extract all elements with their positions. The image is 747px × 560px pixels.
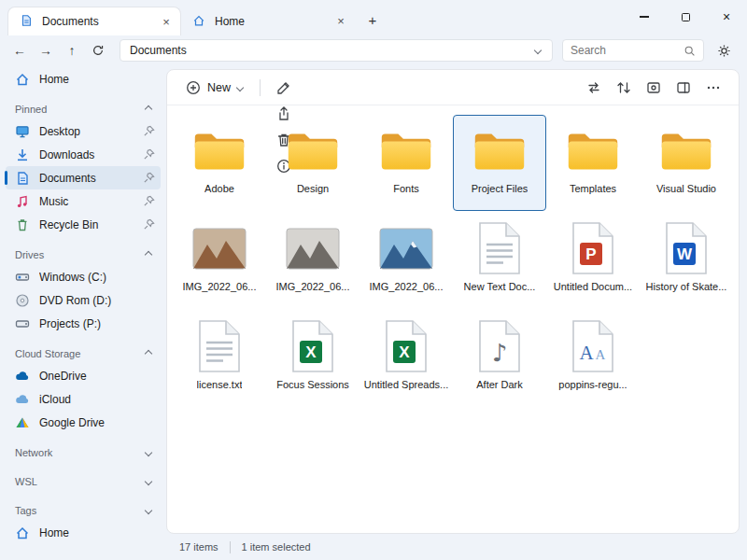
excel-icon: X (291, 316, 334, 376)
search-input[interactable]: Search (562, 39, 704, 62)
folder-icon (192, 120, 247, 180)
font-icon: AA (571, 316, 614, 376)
file-tile-fonts[interactable]: Fonts (359, 115, 453, 211)
details-pane-icon[interactable] (669, 75, 698, 101)
file-tile-new-text-doc[interactable]: New Text Doc... (453, 213, 546, 309)
sidebar-item-label: DVD Rom (D:) (39, 294, 155, 307)
folder-icon (472, 120, 527, 180)
file-name: poppins-regu... (558, 379, 627, 390)
minimize-button[interactable] (624, 0, 665, 34)
more-icon[interactable] (699, 75, 727, 101)
text-icon (478, 218, 521, 278)
section-label: Network (15, 447, 52, 458)
pin-icon (143, 218, 155, 231)
home-icon (15, 525, 30, 540)
selection-count: 1 item selected (242, 541, 311, 553)
tab-home[interactable]: Home × (181, 7, 355, 35)
item-count: 17 items (179, 541, 218, 553)
tab-close-icon[interactable]: × (332, 13, 349, 30)
toolbar-separator (260, 79, 261, 96)
file-tile-license-txt[interactable]: license.txt (173, 311, 266, 407)
sync-icon[interactable] (580, 75, 608, 101)
sidebar-item-recycle-bin[interactable]: Recycle Bin (6, 213, 161, 236)
sidebar-section-wsl[interactable]: WSL (6, 471, 161, 492)
sidebar-section-pinned[interactable]: Pinned (6, 99, 161, 119)
svg-text:P: P (585, 245, 596, 263)
music-icon: ♪ (478, 316, 521, 376)
sidebar-section-tags[interactable]: Tags (6, 500, 161, 521)
tab-close-icon[interactable]: × (158, 13, 175, 30)
file-tile-adobe[interactable]: Adobe (173, 115, 266, 211)
sidebar-section-cloud-storage[interactable]: Cloud Storage (6, 343, 161, 364)
sidebar-item-home[interactable]: Home (6, 67, 161, 91)
sidebar-item-documents[interactable]: Documents (6, 166, 161, 189)
file-tile-untitled-spreads[interactable]: XUntitled Spreads... (359, 311, 453, 407)
file-tile-poppins-regu[interactable]: AApoppins-regu... (546, 311, 640, 407)
home-tab-icon (192, 14, 207, 29)
file-name: Untitled Docum... (554, 281, 632, 292)
paste-icon[interactable] (270, 69, 298, 75)
file-name: Project Files (472, 183, 529, 194)
file-tile-visual-studio[interactable]: Visual Studio (640, 115, 733, 211)
file-tile-img-2022-06[interactable]: IMG_2022_06... (266, 213, 359, 309)
sidebar-item-onedrive[interactable]: OneDrive (6, 364, 161, 387)
section-label: Cloud Storage (15, 348, 80, 359)
pin-icon (143, 172, 155, 184)
sidebar-item-dvd-rom-d[interactable]: DVD Rom (D:) (6, 288, 161, 312)
up-button[interactable]: ↑ (60, 38, 84, 63)
file-tile-history-of-skate[interactable]: WHistory of Skate... (640, 213, 733, 309)
sidebar-item-downloads[interactable]: Downloads (6, 143, 161, 166)
file-name: Untitled Spreads... (364, 379, 449, 390)
text-icon (198, 316, 241, 376)
preview-icon[interactable] (640, 75, 668, 101)
maximize-button[interactable] (665, 0, 706, 34)
new-button[interactable]: New (178, 75, 250, 101)
google-drive-icon (15, 415, 30, 430)
forward-button[interactable]: → (34, 38, 58, 63)
rename-icon[interactable] (270, 75, 298, 101)
documents-tab-icon (20, 14, 35, 29)
address-bar[interactable]: Documents (120, 39, 553, 62)
sidebar-section-network[interactable]: Network (6, 442, 161, 463)
settings-gear-icon[interactable] (712, 38, 736, 63)
back-button[interactable]: ← (7, 38, 32, 63)
file-name: History of Skate... (646, 281, 727, 292)
file-tile-after-dark[interactable]: ♪After Dark (453, 311, 546, 407)
file-tile-templates[interactable]: Templates (546, 115, 640, 211)
sidebar-item-label: Projects (P:) (39, 317, 155, 330)
sidebar-item-projects-p[interactable]: Projects (P:) (6, 312, 161, 335)
sidebar-section-drives[interactable]: Drives (6, 245, 161, 265)
sidebar-item-google-drive[interactable]: Google Drive (6, 411, 161, 434)
sidebar-item-desktop[interactable]: Desktop (6, 119, 161, 143)
file-tile-focus-sessions[interactable]: XFocus Sessions (266, 311, 359, 407)
sidebar-item-home[interactable]: Home (6, 521, 161, 544)
file-tile-design[interactable]: Design (266, 115, 359, 211)
sidebar-item-music[interactable]: Music (6, 189, 161, 213)
command-bar: New (167, 70, 739, 105)
tab-documents[interactable]: Documents × (7, 7, 181, 35)
new-tab-button[interactable]: + (360, 7, 385, 32)
close-button[interactable]: × (706, 0, 747, 34)
file-tile-img-2022-06[interactable]: IMG_2022_06... (173, 213, 266, 309)
svg-text:A: A (579, 342, 594, 364)
sidebar-item-icloud[interactable]: iCloud (6, 387, 161, 411)
desktop-icon (15, 124, 30, 139)
refresh-button[interactable] (86, 38, 110, 63)
svg-text:A: A (596, 347, 606, 362)
sidebar-item-label: Recycle Bin (39, 218, 134, 231)
sort-icon[interactable] (610, 75, 638, 101)
search-placeholder: Search (571, 44, 606, 57)
file-tile-untitled-docum[interactable]: PUntitled Docum... (546, 213, 640, 309)
documents-icon (15, 171, 30, 186)
powerpoint-icon: P (571, 218, 614, 278)
file-name: Focus Sessions (276, 379, 349, 390)
status-bar: 17 items 1 item selected (166, 534, 740, 560)
file-name: IMG_2022_06... (183, 281, 257, 292)
sidebar-item-windows-c[interactable]: Windows (C:) (6, 265, 161, 288)
sidebar-item-label: iCloud (39, 393, 155, 406)
tab-label: Home (215, 15, 325, 28)
file-tile-project-files[interactable]: Project Files (453, 115, 546, 211)
pin-icon (143, 195, 155, 207)
file-tile-img-2022-06[interactable]: IMG_2022_06... (359, 213, 453, 309)
word-icon: W (665, 218, 708, 278)
